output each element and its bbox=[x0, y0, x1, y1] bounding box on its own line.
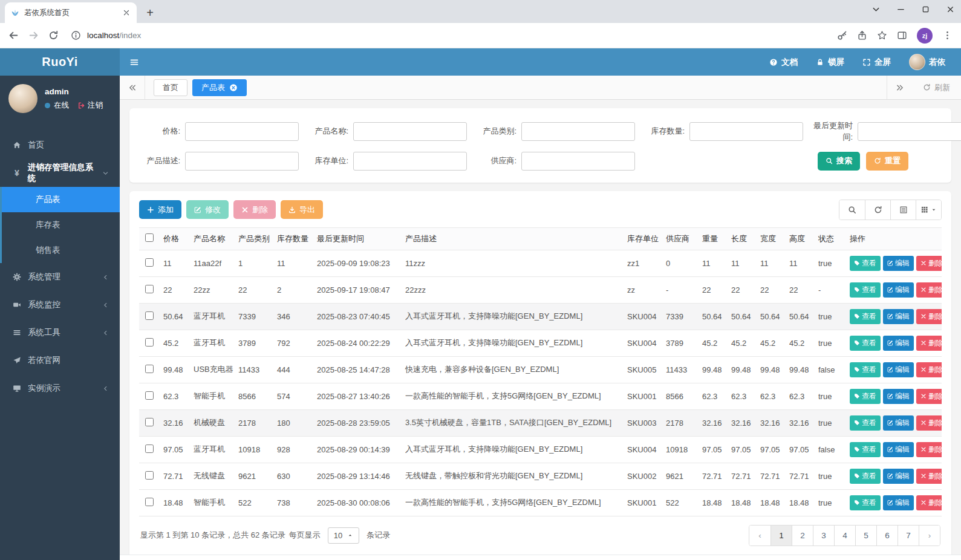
column-header-height[interactable]: 高度 bbox=[786, 227, 815, 250]
logout-link[interactable]: 注销 bbox=[77, 100, 103, 111]
tabs-scroll-left-button[interactable] bbox=[120, 76, 145, 99]
row-delete-button[interactable]: 删除 bbox=[916, 362, 942, 377]
row-edit-button[interactable]: 编辑 bbox=[883, 282, 914, 298]
row-edit-button[interactable]: 编辑 bbox=[883, 336, 914, 351]
sidebar-item-system-tools[interactable]: 系统工具 bbox=[0, 319, 120, 347]
tab-refresh-button[interactable]: 刷新 bbox=[912, 82, 961, 93]
column-header-price[interactable]: 价格 bbox=[160, 227, 190, 250]
header-nav-fullscreen[interactable]: 全屏 bbox=[862, 57, 891, 68]
row-view-button[interactable]: 查看 bbox=[850, 442, 881, 457]
sidebar-item-system-monitor[interactable]: 系统监控 bbox=[0, 291, 120, 319]
window-maximize-icon[interactable] bbox=[921, 5, 930, 14]
page-button-7[interactable]: 7 bbox=[897, 526, 919, 545]
row-checkbox[interactable] bbox=[145, 311, 154, 320]
row-checkbox[interactable] bbox=[145, 444, 154, 453]
row-view-button[interactable]: 查看 bbox=[850, 309, 881, 324]
page-tab-0[interactable]: 首页 bbox=[154, 79, 187, 96]
search-button[interactable]: 搜索 bbox=[818, 152, 860, 171]
row-checkbox[interactable] bbox=[145, 338, 154, 347]
column-header-name[interactable]: 产品名称 bbox=[190, 227, 235, 250]
column-header-weight[interactable]: 重量 bbox=[699, 227, 728, 250]
filter-input-stock-qty[interactable] bbox=[689, 122, 803, 141]
browser-profile-avatar[interactable]: zj bbox=[917, 28, 933, 44]
sidebar-item-home[interactable]: 首页 bbox=[0, 131, 120, 159]
refresh-tool-button[interactable] bbox=[865, 200, 890, 220]
filter-input-last-updated[interactable] bbox=[858, 122, 961, 141]
row-view-button[interactable]: 查看 bbox=[850, 389, 881, 404]
page-button-5[interactable]: 5 bbox=[855, 526, 876, 545]
column-header-status[interactable]: 状态 bbox=[815, 227, 846, 250]
row-edit-button[interactable]: 编辑 bbox=[883, 309, 914, 324]
page-button-1[interactable]: 1 bbox=[770, 526, 792, 545]
filter-input-product-name[interactable] bbox=[353, 122, 467, 141]
page-tab-1[interactable]: 产品表 bbox=[192, 79, 247, 96]
row-view-button[interactable]: 查看 bbox=[850, 415, 881, 431]
reset-button[interactable]: 重置 bbox=[866, 152, 908, 171]
sidebar-item-system-manage[interactable]: 系统管理 bbox=[0, 263, 120, 291]
sidebar-toggle-button[interactable] bbox=[120, 48, 149, 76]
filter-input-stock-unit[interactable] bbox=[353, 152, 467, 171]
sidebar-subitem-sales-table[interactable]: 销售表 bbox=[2, 238, 120, 263]
row-edit-button[interactable]: 编辑 bbox=[883, 469, 914, 484]
sidebar-item-official-site[interactable]: 若依官网 bbox=[0, 347, 120, 374]
row-edit-button[interactable]: 编辑 bbox=[883, 256, 914, 271]
header-nav-docs[interactable]: 文档 bbox=[769, 57, 798, 68]
row-delete-button[interactable]: 删除 bbox=[916, 442, 942, 457]
window-chevron-icon[interactable] bbox=[871, 5, 881, 14]
next-page-button[interactable]: › bbox=[919, 526, 940, 545]
user-avatar[interactable] bbox=[8, 84, 37, 113]
new-tab-button[interactable]: + bbox=[142, 4, 158, 21]
columns-tool-button[interactable] bbox=[916, 200, 941, 220]
browser-menu-icon[interactable] bbox=[942, 30, 953, 41]
row-checkbox[interactable] bbox=[145, 365, 154, 373]
row-view-button[interactable]: 查看 bbox=[850, 256, 881, 271]
row-delete-button[interactable]: 删除 bbox=[916, 256, 942, 271]
url-bar[interactable]: localhost/index bbox=[68, 30, 827, 41]
row-view-button[interactable]: 查看 bbox=[850, 362, 881, 377]
reload-icon[interactable] bbox=[48, 30, 59, 41]
brand-logo[interactable]: RuoYi bbox=[0, 48, 120, 76]
forward-icon[interactable] bbox=[28, 30, 39, 41]
row-edit-button[interactable]: 编辑 bbox=[883, 442, 914, 457]
window-minimize-icon[interactable] bbox=[896, 5, 905, 14]
page-button-6[interactable]: 6 bbox=[876, 526, 897, 545]
row-view-button[interactable]: 查看 bbox=[850, 336, 881, 351]
tab-close-icon[interactable] bbox=[122, 8, 131, 17]
sidebar-subitem-product-table[interactable]: 产品表 bbox=[2, 187, 120, 212]
back-icon[interactable] bbox=[8, 30, 19, 41]
page-button-3[interactable]: 3 bbox=[813, 526, 834, 545]
row-delete-button[interactable]: 删除 bbox=[916, 389, 942, 404]
column-header-width[interactable]: 宽度 bbox=[757, 227, 786, 250]
row-edit-button[interactable]: 编辑 bbox=[883, 415, 914, 431]
filter-input-product-category[interactable] bbox=[521, 122, 635, 141]
prev-page-button[interactable]: ‹ bbox=[749, 526, 770, 545]
browser-tab[interactable]: 若依系统首页 bbox=[5, 2, 137, 23]
column-header-unit[interactable]: 库存单位 bbox=[624, 227, 662, 250]
edit-button[interactable]: 修改 bbox=[186, 200, 229, 219]
row-edit-button[interactable]: 编辑 bbox=[883, 389, 914, 404]
row-edit-button[interactable]: 编辑 bbox=[883, 362, 914, 377]
export-button[interactable]: 导出 bbox=[281, 200, 323, 219]
column-header-desc[interactable]: 产品描述 bbox=[402, 227, 624, 250]
row-checkbox[interactable] bbox=[145, 391, 154, 400]
row-checkbox[interactable] bbox=[145, 258, 154, 267]
row-delete-button[interactable]: 删除 bbox=[916, 309, 942, 324]
row-view-button[interactable]: 查看 bbox=[850, 495, 881, 510]
site-info-icon[interactable] bbox=[71, 30, 81, 41]
row-checkbox[interactable] bbox=[145, 498, 154, 506]
sidebar-item-demo[interactable]: 实例演示 bbox=[0, 374, 120, 402]
share-icon[interactable] bbox=[857, 30, 867, 41]
header-nav-lock-screen[interactable]: 锁屏 bbox=[816, 57, 844, 68]
page-size-select[interactable]: 10 bbox=[328, 527, 359, 544]
header-nav-user-menu[interactable]: 若依 bbox=[909, 54, 945, 70]
row-edit-button[interactable]: 编辑 bbox=[883, 495, 914, 510]
filter-input-supplier[interactable] bbox=[521, 152, 635, 171]
row-delete-button[interactable]: 删除 bbox=[916, 415, 942, 431]
column-header-supplier[interactable]: 供应商 bbox=[662, 227, 699, 250]
add-button[interactable]: 添加 bbox=[139, 200, 181, 219]
row-delete-button[interactable]: 删除 bbox=[916, 495, 942, 510]
column-header-category[interactable]: 产品类别 bbox=[235, 227, 273, 250]
row-view-button[interactable]: 查看 bbox=[850, 282, 881, 298]
row-checkbox[interactable] bbox=[145, 418, 154, 426]
sidebar-item-psi-system[interactable]: ¥进销存管理信息系统 bbox=[0, 159, 120, 187]
